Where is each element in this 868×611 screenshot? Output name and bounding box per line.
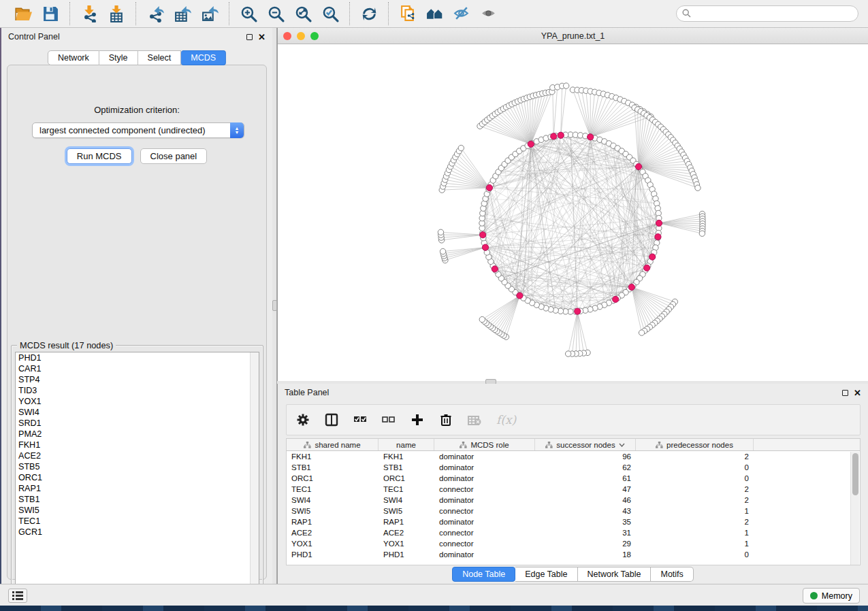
mcds-result-item[interactable]: STB5 (16, 461, 259, 472)
cell-MCDS-role[interactable]: dominator (434, 549, 535, 560)
mcds-result-item[interactable]: CAR1 (16, 363, 259, 374)
cell-shared-name[interactable]: STB1 (287, 462, 379, 473)
float-table-panel-icon[interactable] (842, 390, 848, 396)
table-scrollbar-thumb[interactable] (852, 453, 858, 495)
mcds-result-item[interactable]: GCR1 (16, 527, 259, 538)
cell-successor-nodes[interactable]: 46 (535, 495, 636, 506)
close-table-panel-icon[interactable]: ✕ (854, 390, 861, 396)
cell-name[interactable]: ORC1 (379, 473, 434, 484)
tab-network[interactable]: Network (48, 50, 99, 65)
table-scrollbar[interactable] (850, 452, 859, 565)
mcds-result-list[interactable]: PHD1CAR1STP4TID3YOX1SWI4SRD1PMA2FKH1ACE2… (15, 352, 259, 594)
import-table-button[interactable] (103, 1, 130, 26)
mcds-result-item[interactable]: FKH1 (16, 440, 259, 450)
cell-successor-nodes[interactable]: 47 (535, 484, 636, 495)
column-header-MCDS-role[interactable]: MCDS role (434, 439, 535, 450)
tab-select[interactable]: Select (138, 50, 182, 65)
cell-successor-nodes[interactable]: 35 (535, 516, 636, 527)
tab-edge-table[interactable]: Edge Table (515, 567, 577, 582)
cell-MCDS-role[interactable]: dominator (434, 462, 535, 473)
table-options-gear-button[interactable] (296, 413, 310, 427)
cell-successor-nodes[interactable]: 31 (535, 527, 636, 538)
mcds-result-item[interactable]: RAP1 (16, 483, 259, 494)
import-network-button[interactable] (76, 1, 103, 26)
export-network-button[interactable] (142, 1, 169, 26)
table-row[interactable]: PHD1PHD1dominator180 (287, 549, 860, 560)
cell-name[interactable]: YOX1 (379, 538, 434, 549)
zoom-selected-button[interactable] (317, 1, 344, 26)
table-row[interactable]: ORC1ORC1dominator610 (287, 473, 860, 484)
mcds-result-item[interactable]: TID3 (16, 385, 259, 396)
cell-predecessor-nodes[interactable]: 2 (636, 516, 754, 527)
cell-predecessor-nodes[interactable]: 0 (636, 549, 754, 560)
network-window-titlebar[interactable]: YPA_prune.txt_1 (278, 28, 868, 44)
zoom-out-button[interactable] (262, 1, 289, 26)
first-neighbors-button[interactable] (421, 1, 449, 26)
task-history-button[interactable] (8, 589, 27, 603)
apply-layout-button[interactable] (355, 1, 383, 26)
cell-successor-nodes[interactable]: 62 (535, 462, 636, 473)
column-header-successor-nodes[interactable]: successor nodes (535, 439, 636, 450)
tab-node-table[interactable]: Node Table (452, 567, 515, 582)
mcds-result-item[interactable]: STP4 (16, 374, 259, 385)
cell-MCDS-role[interactable]: dominator (434, 473, 535, 484)
show-columns-button[interactable] (325, 413, 338, 427)
vertical-splitter-handle[interactable] (272, 300, 277, 311)
network-graph-canvas[interactable] (278, 44, 867, 380)
table-row[interactable]: TEC1TEC1connector472 (287, 484, 860, 495)
mcds-list-scrollbar[interactable] (250, 352, 259, 593)
tab-network-table[interactable]: Network Table (578, 567, 652, 582)
mcds-result-item[interactable]: SWI4 (16, 407, 259, 418)
cell-name[interactable]: PHD1 (379, 549, 434, 560)
cell-name[interactable]: RAP1 (379, 516, 434, 527)
cell-successor-nodes[interactable]: 18 (535, 549, 636, 560)
cell-shared-name[interactable]: TEC1 (287, 484, 379, 495)
cell-shared-name[interactable]: SWI5 (287, 506, 379, 516)
cell-successor-nodes[interactable]: 61 (535, 473, 636, 484)
cell-MCDS-role[interactable]: connector (434, 484, 535, 495)
cell-predecessor-nodes[interactable]: 0 (636, 473, 754, 484)
cell-MCDS-role[interactable]: dominator (434, 516, 535, 527)
cell-name[interactable]: TEC1 (379, 484, 434, 495)
cell-name[interactable]: STB1 (379, 462, 434, 473)
cell-name[interactable]: ACE2 (379, 527, 434, 538)
cell-shared-name[interactable]: SWI4 (287, 495, 379, 506)
cell-name[interactable]: SWI4 (379, 495, 434, 506)
export-image-button[interactable] (196, 1, 223, 26)
float-panel-icon[interactable] (246, 34, 253, 40)
save-session-button[interactable] (37, 1, 64, 26)
cell-shared-name[interactable]: RAP1 (287, 516, 379, 527)
close-panel-button[interactable]: Close panel (140, 148, 208, 164)
table-row[interactable]: STB1STB1dominator620 (287, 462, 860, 473)
cell-predecessor-nodes[interactable]: 2 (636, 451, 754, 462)
criterion-dropdown[interactable]: largest connected component (undirected)… (32, 122, 244, 138)
table-row[interactable]: RAP1RAP1dominator352 (287, 516, 860, 527)
cell-predecessor-nodes[interactable]: 1 (636, 527, 754, 538)
delete-column-button[interactable] (439, 413, 453, 427)
tab-style[interactable]: Style (99, 50, 138, 65)
mcds-result-item[interactable]: SWI5 (16, 505, 259, 516)
cell-MCDS-role[interactable]: connector (434, 527, 535, 538)
cell-predecessor-nodes[interactable]: 0 (636, 462, 754, 473)
column-header-name[interactable]: name (379, 439, 434, 450)
search-input[interactable] (676, 5, 858, 22)
cell-predecessor-nodes[interactable]: 2 (636, 484, 754, 495)
select-all-checkboxes-button[interactable] (353, 413, 367, 427)
cell-shared-name[interactable]: FKH1 (287, 451, 379, 462)
cell-MCDS-role[interactable]: connector (434, 506, 535, 516)
tab-mcds[interactable]: MCDS (181, 50, 226, 65)
cell-MCDS-role[interactable]: dominator (434, 451, 535, 462)
cell-name[interactable]: SWI5 (379, 506, 434, 516)
cell-shared-name[interactable]: YOX1 (287, 538, 379, 549)
mcds-result-item[interactable]: TEC1 (16, 516, 259, 527)
deselect-all-checkboxes-button[interactable] (382, 413, 396, 427)
show-all-button[interactable] (476, 1, 503, 26)
cell-predecessor-nodes[interactable]: 2 (636, 495, 754, 506)
table-row[interactable]: SWI5SWI5connector431 (287, 506, 860, 516)
cell-shared-name[interactable]: PHD1 (287, 549, 379, 560)
hide-selected-button[interactable] (449, 1, 476, 26)
mcds-result-item[interactable]: STB1 (16, 494, 259, 505)
cell-MCDS-role[interactable]: connector (434, 538, 535, 549)
mcds-result-item[interactable]: ORC1 (16, 472, 259, 483)
mcds-result-item[interactable]: ACE2 (16, 450, 259, 461)
